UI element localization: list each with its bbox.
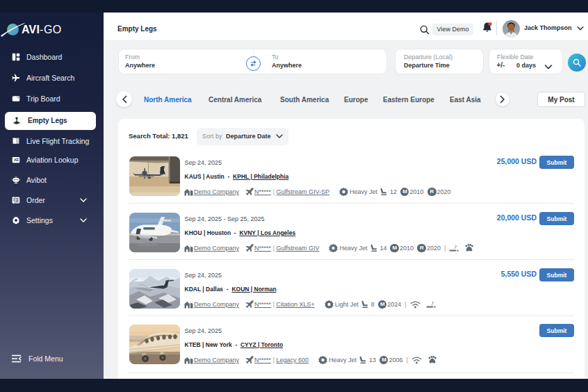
svg-text:A: A (14, 158, 17, 162)
